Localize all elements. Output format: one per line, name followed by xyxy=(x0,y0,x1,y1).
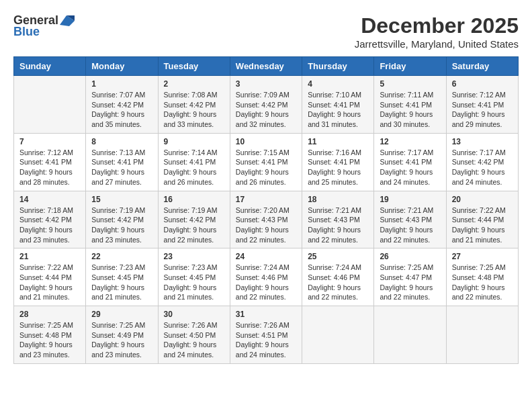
day-info: Sunrise: 7:09 AMSunset: 4:42 PMDaylight:… xyxy=(236,91,290,128)
day-cell: 30 Sunrise: 7:26 AMSunset: 4:50 PMDaylig… xyxy=(158,306,230,364)
day-number: 16 xyxy=(164,195,224,204)
day-number: 18 xyxy=(308,195,368,204)
day-info: Sunrise: 7:16 AMSunset: 4:41 PMDaylight:… xyxy=(308,148,361,186)
day-info: Sunrise: 7:17 AMSunset: 4:42 PMDaylight:… xyxy=(452,148,506,186)
day-cell: 12 Sunrise: 7:17 AMSunset: 4:41 PMDaylig… xyxy=(374,133,446,191)
calendar-table: SundayMondayTuesdayWednesdayThursdayFrid… xyxy=(13,56,519,364)
day-number: 21 xyxy=(19,252,80,261)
day-number: 22 xyxy=(91,252,152,261)
day-info: Sunrise: 7:07 AMSunset: 4:42 PMDaylight:… xyxy=(91,91,145,128)
day-number: 12 xyxy=(380,137,440,146)
header-cell-monday: Monday xyxy=(86,57,158,76)
logo-icon xyxy=(60,15,75,26)
day-info: Sunrise: 7:10 AMSunset: 4:41 PMDaylight:… xyxy=(308,91,361,128)
day-info: Sunrise: 7:22 AMSunset: 4:44 PMDaylight:… xyxy=(19,263,73,301)
day-info: Sunrise: 7:18 AMSunset: 4:42 PMDaylight:… xyxy=(19,206,73,244)
day-info: Sunrise: 7:19 AMSunset: 4:42 PMDaylight:… xyxy=(91,206,145,244)
day-info: Sunrise: 7:22 AMSunset: 4:44 PMDaylight:… xyxy=(452,206,506,244)
day-number: 9 xyxy=(164,137,224,146)
day-info: Sunrise: 7:08 AMSunset: 4:42 PMDaylight:… xyxy=(164,91,218,128)
day-info: Sunrise: 7:26 AMSunset: 4:51 PMDaylight:… xyxy=(236,321,290,359)
day-cell xyxy=(14,76,86,134)
day-info: Sunrise: 7:25 AMSunset: 4:48 PMDaylight:… xyxy=(19,321,73,359)
day-cell: 22 Sunrise: 7:23 AMSunset: 4:45 PMDaylig… xyxy=(86,248,158,306)
week-row-4: 21 Sunrise: 7:22 AMSunset: 4:44 PMDaylig… xyxy=(14,248,519,306)
day-cell: 9 Sunrise: 7:14 AMSunset: 4:41 PMDayligh… xyxy=(158,133,230,191)
day-number: 3 xyxy=(236,79,296,89)
header-cell-tuesday: Tuesday xyxy=(158,57,230,76)
day-cell: 23 Sunrise: 7:23 AMSunset: 4:45 PMDaylig… xyxy=(158,248,230,306)
day-number: 4 xyxy=(308,79,368,89)
day-cell: 4 Sunrise: 7:10 AMSunset: 4:41 PMDayligh… xyxy=(302,76,374,134)
week-row-1: 1 Sunrise: 7:07 AMSunset: 4:42 PMDayligh… xyxy=(14,76,519,134)
day-info: Sunrise: 7:24 AMSunset: 4:46 PMDaylight:… xyxy=(308,263,361,301)
day-info: Sunrise: 7:15 AMSunset: 4:41 PMDaylight:… xyxy=(236,148,290,186)
day-number: 25 xyxy=(308,252,368,261)
day-number: 31 xyxy=(236,310,296,319)
day-info: Sunrise: 7:25 AMSunset: 4:49 PMDaylight:… xyxy=(91,321,145,359)
day-number: 26 xyxy=(380,252,440,261)
page-title: December 2025 xyxy=(355,13,519,38)
day-cell xyxy=(374,306,446,364)
day-info: Sunrise: 7:17 AMSunset: 4:41 PMDaylight:… xyxy=(380,148,433,186)
day-number: 15 xyxy=(91,195,152,204)
day-cell: 8 Sunrise: 7:13 AMSunset: 4:41 PMDayligh… xyxy=(86,133,158,191)
day-cell: 11 Sunrise: 7:16 AMSunset: 4:41 PMDaylig… xyxy=(302,133,374,191)
day-cell: 17 Sunrise: 7:20 AMSunset: 4:43 PMDaylig… xyxy=(230,191,302,248)
day-number: 13 xyxy=(452,137,513,146)
day-cell: 18 Sunrise: 7:21 AMSunset: 4:43 PMDaylig… xyxy=(302,191,374,248)
day-info: Sunrise: 7:25 AMSunset: 4:47 PMDaylight:… xyxy=(380,263,433,301)
day-cell: 19 Sunrise: 7:21 AMSunset: 4:43 PMDaylig… xyxy=(374,191,446,248)
title-block: December 2025 Jarrettsville, Maryland, U… xyxy=(355,13,519,50)
day-cell: 25 Sunrise: 7:24 AMSunset: 4:46 PMDaylig… xyxy=(302,248,374,306)
header-cell-thursday: Thursday xyxy=(302,57,374,76)
day-info: Sunrise: 7:23 AMSunset: 4:45 PMDaylight:… xyxy=(91,263,145,301)
day-number: 1 xyxy=(91,79,152,89)
day-cell: 29 Sunrise: 7:25 AMSunset: 4:49 PMDaylig… xyxy=(86,306,158,364)
day-cell: 13 Sunrise: 7:17 AMSunset: 4:42 PMDaylig… xyxy=(446,133,518,191)
day-cell: 28 Sunrise: 7:25 AMSunset: 4:48 PMDaylig… xyxy=(14,306,86,364)
day-info: Sunrise: 7:24 AMSunset: 4:46 PMDaylight:… xyxy=(236,263,290,301)
day-number: 17 xyxy=(236,195,296,204)
day-number: 19 xyxy=(380,195,440,204)
day-number: 23 xyxy=(164,252,224,261)
day-info: Sunrise: 7:12 AMSunset: 4:41 PMDaylight:… xyxy=(452,91,506,128)
day-cell: 3 Sunrise: 7:09 AMSunset: 4:42 PMDayligh… xyxy=(230,76,302,134)
day-number: 8 xyxy=(91,137,152,146)
day-cell: 31 Sunrise: 7:26 AMSunset: 4:51 PMDaylig… xyxy=(230,306,302,364)
day-info: Sunrise: 7:20 AMSunset: 4:43 PMDaylight:… xyxy=(236,206,290,244)
day-cell: 14 Sunrise: 7:18 AMSunset: 4:42 PMDaylig… xyxy=(14,191,86,248)
page-subtitle: Jarrettsville, Maryland, United States xyxy=(355,38,519,50)
day-number: 5 xyxy=(380,79,440,89)
day-cell: 16 Sunrise: 7:19 AMSunset: 4:42 PMDaylig… xyxy=(158,191,230,248)
day-info: Sunrise: 7:13 AMSunset: 4:41 PMDaylight:… xyxy=(91,148,145,186)
day-cell: 24 Sunrise: 7:24 AMSunset: 4:46 PMDaylig… xyxy=(230,248,302,306)
day-number: 2 xyxy=(164,79,224,89)
day-info: Sunrise: 7:26 AMSunset: 4:50 PMDaylight:… xyxy=(164,321,218,359)
day-info: Sunrise: 7:11 AMSunset: 4:41 PMDaylight:… xyxy=(380,91,433,128)
header-cell-sunday: Sunday xyxy=(14,57,86,76)
day-cell: 26 Sunrise: 7:25 AMSunset: 4:47 PMDaylig… xyxy=(374,248,446,306)
day-info: Sunrise: 7:21 AMSunset: 4:43 PMDaylight:… xyxy=(380,206,433,244)
header-row: SundayMondayTuesdayWednesdayThursdayFrid… xyxy=(14,57,519,76)
week-row-2: 7 Sunrise: 7:12 AMSunset: 4:41 PMDayligh… xyxy=(14,133,519,191)
day-number: 11 xyxy=(308,137,368,146)
header-cell-friday: Friday xyxy=(374,57,446,76)
day-cell xyxy=(446,306,518,364)
day-cell: 5 Sunrise: 7:11 AMSunset: 4:41 PMDayligh… xyxy=(374,76,446,134)
day-info: Sunrise: 7:14 AMSunset: 4:41 PMDaylight:… xyxy=(164,148,218,186)
day-number: 14 xyxy=(19,195,80,204)
day-info: Sunrise: 7:25 AMSunset: 4:48 PMDaylight:… xyxy=(452,263,506,301)
day-number: 6 xyxy=(452,79,513,89)
week-row-3: 14 Sunrise: 7:18 AMSunset: 4:42 PMDaylig… xyxy=(14,191,519,248)
day-info: Sunrise: 7:23 AMSunset: 4:45 PMDaylight:… xyxy=(164,263,218,301)
day-info: Sunrise: 7:21 AMSunset: 4:43 PMDaylight:… xyxy=(308,206,361,244)
logo-blue: Blue xyxy=(13,25,40,39)
header-cell-wednesday: Wednesday xyxy=(230,57,302,76)
day-cell: 27 Sunrise: 7:25 AMSunset: 4:48 PMDaylig… xyxy=(446,248,518,306)
day-number: 10 xyxy=(236,137,296,146)
day-cell: 21 Sunrise: 7:22 AMSunset: 4:44 PMDaylig… xyxy=(14,248,86,306)
week-row-5: 28 Sunrise: 7:25 AMSunset: 4:48 PMDaylig… xyxy=(14,306,519,364)
day-cell: 2 Sunrise: 7:08 AMSunset: 4:42 PMDayligh… xyxy=(158,76,230,134)
day-info: Sunrise: 7:19 AMSunset: 4:42 PMDaylight:… xyxy=(164,206,218,244)
